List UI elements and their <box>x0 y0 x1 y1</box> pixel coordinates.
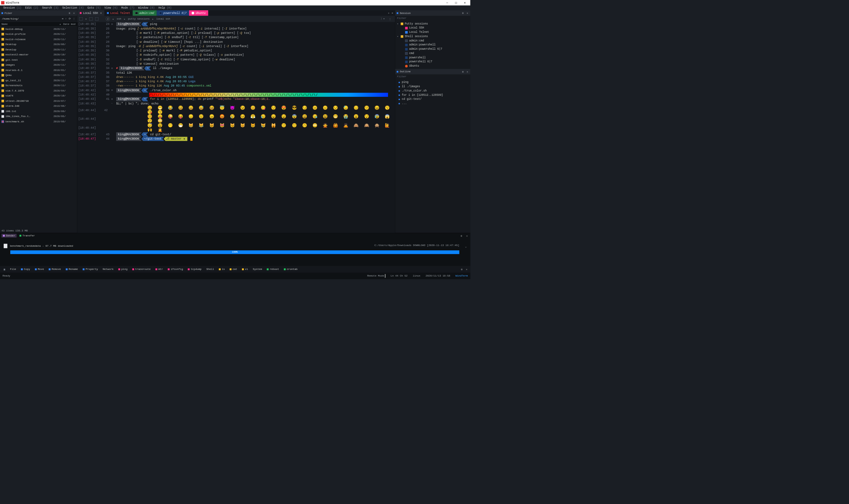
terminal-more-icon[interactable]: ⋮ <box>387 17 393 20</box>
file-row[interactable]: 10m_lines_foo.t… 2020/05/ <box>0 114 77 119</box>
action-traceroute[interactable]: traceroute <box>130 267 152 272</box>
action-shell[interactable]: Shell <box>205 267 216 272</box>
session-item[interactable]: Local SSH <box>396 26 469 30</box>
file-row[interactable]: Desktop 2020/06/ <box>0 42 77 47</box>
outline-item[interactable]: cd git-test/ <box>396 97 469 102</box>
file-row[interactable]: Qemu 2020/11/ <box>0 73 77 78</box>
action-vi[interactable]: vi <box>240 267 250 272</box>
action-property[interactable]: Property <box>81 267 100 272</box>
file-row[interactable]: benchmark.sh 2019/08/ <box>0 119 77 124</box>
action-remove[interactable]: Remove <box>47 267 63 272</box>
session-item[interactable]: cmd <box>396 51 469 56</box>
file-row[interactable]: build-debug 2020/11/ <box>0 26 77 32</box>
file-row[interactable]: build-profile 2020/11/ <box>0 32 77 37</box>
gear-icon[interactable]: ⚙ <box>460 268 464 271</box>
outline-item[interactable]: ... <box>396 102 469 106</box>
file-row[interactable]: 100.txt 2020/09/ <box>0 109 77 114</box>
session-item[interactable]: admin:powershell <box>396 43 469 47</box>
list-tabs-icon[interactable]: ≡ <box>392 12 393 15</box>
gear-icon[interactable]: ⚙ <box>68 12 71 15</box>
close-window-button[interactable]: ✕ <box>460 0 469 6</box>
menu-view[interactable]: View (6) <box>103 6 119 10</box>
session-filter[interactable]: Filter <box>395 16 471 21</box>
tab-sender[interactable]: Sender <box>1 234 17 237</box>
file-row[interactable]: Screenshots 2020/11/ <box>0 83 77 88</box>
tab-local-ssh[interactable]: Local SSH ✕ <box>77 10 105 16</box>
maximize-button[interactable]: ▢ <box>452 0 460 6</box>
gear-icon[interactable]: ⚙ <box>461 70 464 73</box>
clear-path-icon[interactable]: ⌫ <box>62 17 64 20</box>
breadcrumb-putty[interactable]: putty sessions <box>128 18 149 21</box>
action-file[interactable]: File <box>8 267 18 272</box>
action-ifconfig[interactable]: ifconfig <box>166 267 185 272</box>
tab-admin-cmd[interactable]: admin:cmd <box>133 10 157 16</box>
breadcrumb-ssh[interactable]: ssh <box>117 18 121 21</box>
close-tab-icon[interactable]: ✕ <box>100 11 102 15</box>
menu-search[interactable]: Search (3) <box>41 6 60 10</box>
file-row[interactable]: build-release 2020/11/ <box>0 37 77 42</box>
action-move[interactable]: Move <box>33 267 46 272</box>
refresh-icon[interactable]: ⟳ <box>69 17 71 20</box>
tab-ubuntu[interactable]: Ubuntu <box>189 10 208 16</box>
up-dir-icon[interactable]: ↑ <box>65 17 67 20</box>
sort-icon[interactable]: ▴ <box>59 22 61 25</box>
session-item[interactable]: Local Telnet <box>396 30 469 35</box>
close-icon[interactable]: ✕ <box>73 12 76 15</box>
gear-icon[interactable]: ⚙ <box>460 234 462 237</box>
action-network[interactable]: Network <box>101 267 115 272</box>
action-system[interactable]: System <box>251 267 264 272</box>
session-group[interactable]: ▾Putty sessions <box>396 21 469 26</box>
file-row[interactable]: vttest-20190710 2019/07/ <box>0 98 77 104</box>
close-icon[interactable]: ✕ <box>465 234 469 237</box>
file-row[interactable]: esctest2-master 2020/10/ <box>0 52 77 57</box>
outline-item[interactable]: ./true_color.sh <box>396 89 469 93</box>
action-mtr[interactable]: mtr <box>153 267 165 272</box>
action-tcpdump[interactable]: tcpdump <box>186 267 204 272</box>
terminal-output[interactable]: [18:48:35]24⊟king@MACBOOK~ ping[18:48:35… <box>77 22 395 233</box>
action-cat[interactable]: cat <box>228 267 239 272</box>
action-rename[interactable]: Rename <box>64 267 80 272</box>
session-item[interactable]: admin:cmd <box>396 38 469 43</box>
breadcrumb-next-icon[interactable]: 〉▾ <box>381 17 385 21</box>
action-crontab[interactable]: crontab <box>282 267 300 272</box>
file-row[interactable]: images 2020/11/ <box>0 62 77 68</box>
split-horizontal-icon[interactable] <box>79 17 83 21</box>
session-group[interactable]: ▾Shell sessions <box>396 35 469 39</box>
close-icon[interactable]: ✕ <box>465 268 468 271</box>
action-ls[interactable]: ls <box>217 267 227 272</box>
info-icon[interactable]: i <box>106 17 110 21</box>
outline-item[interactable]: ping <box>396 80 469 85</box>
session-item[interactable]: powershell 6|7 <box>396 60 469 64</box>
menu-help[interactable]: Help (0) <box>157 6 173 10</box>
file-row[interactable]: qx_test_11 2020/11/ <box>0 78 77 83</box>
action-ping[interactable]: ping <box>116 267 129 272</box>
current-path[interactable]: /home/king/ <box>2 17 19 20</box>
close-icon[interactable]: ✕ <box>466 12 469 15</box>
minimize-button[interactable]: — <box>443 0 452 6</box>
menu-goto[interactable]: Goto (5) <box>86 6 102 10</box>
split-vertical-icon[interactable] <box>89 17 92 21</box>
session-item[interactable]: powershell <box>396 55 469 60</box>
tab-transfer[interactable]: Transfer <box>20 234 35 237</box>
menu-edit[interactable]: Edit (2) <box>24 6 40 10</box>
expand-download-icon[interactable]: ⌄ <box>465 245 467 248</box>
gear-icon[interactable]: ⚙ <box>461 12 464 15</box>
file-row[interactable]: ncurses-6.1 2018/01/ <box>0 68 77 73</box>
action-grid[interactable]: ▣ <box>2 267 7 272</box>
menu-window[interactable]: Window (8) <box>137 6 156 10</box>
column-name[interactable]: Name <box>1 22 59 25</box>
file-row[interactable]: git-test 2020/10/ <box>0 57 77 63</box>
menu-session[interactable]: Session (1) <box>2 6 23 10</box>
new-tab-icon[interactable]: ＋ <box>387 11 390 15</box>
outline-item[interactable]: ll ./images <box>396 85 469 89</box>
outline-item[interactable]: for i in {128512..128589} <box>396 93 469 97</box>
file-row[interactable]: Develop 2020/11/ <box>0 47 77 52</box>
more-icon[interactable]: ⋮ <box>73 17 75 20</box>
file-row[interactable]: vim-7.4.1079 2020/04/ <box>0 88 77 93</box>
menu-mode[interactable]: Mode (7) <box>120 6 136 10</box>
tab-powershell-67[interactable]: powershell 6|7 <box>157 10 189 16</box>
outline-filter[interactable]: Filter <box>395 74 471 79</box>
menu-selection[interactable]: Selection (4) <box>61 6 85 10</box>
column-date[interactable]: Date mod <box>63 22 75 25</box>
session-item[interactable]: admin:powershell 6|7 <box>396 47 469 51</box>
